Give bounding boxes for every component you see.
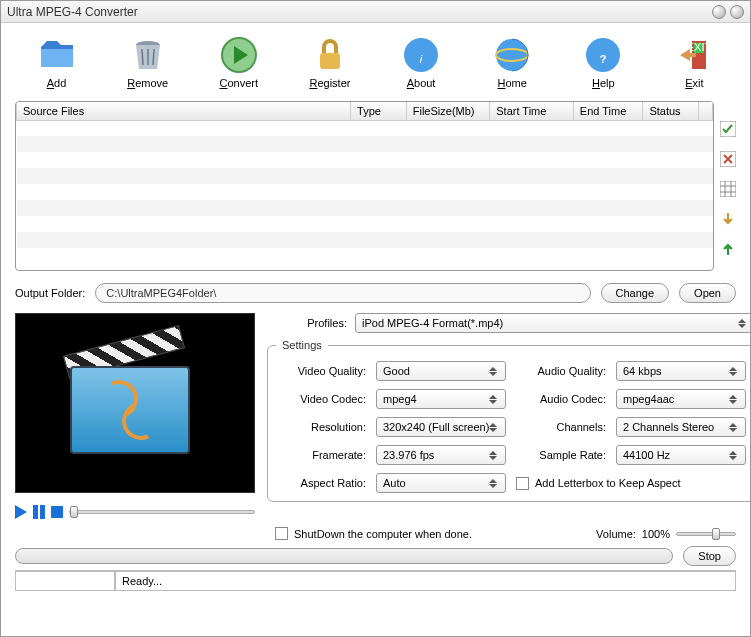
framerate-label: Framerate: [276,449,366,461]
profiles-label: Profiles: [267,317,347,329]
channels-select[interactable]: 2 Channels Stereo [616,417,746,437]
convert-button[interactable]: Convert [199,35,279,89]
play-button[interactable] [15,505,27,519]
video-codec-label: Video Codec: [276,393,366,405]
uncheck-all-icon[interactable] [720,151,736,167]
progress-bar [15,548,673,564]
video-quality-select[interactable]: Good [376,361,506,381]
trash-icon [128,35,168,75]
col-filesize[interactable]: FileSize(Mb) [406,102,490,120]
resolution-select[interactable]: 320x240 (Full screen) [376,417,506,437]
open-button[interactable]: Open [679,283,736,303]
audio-quality-select[interactable]: 64 kbps [616,361,746,381]
svg-rect-5 [320,53,340,69]
status-ready: Ready... [115,571,736,591]
settings-group: Settings Video Quality: Good Audio Quali… [267,339,751,502]
letterbox-label: Add Letterbox to Keep Aspect [535,477,681,489]
check-all-icon[interactable] [720,121,736,137]
output-folder-label: Output Folder: [15,287,85,299]
window-title: Ultra MPEG-4 Converter [7,5,708,19]
letterbox-checkbox[interactable] [516,477,529,490]
status-pane-1 [15,571,115,591]
register-button[interactable]: Register [290,35,370,89]
clapper-icon [70,348,200,458]
maximize-icon[interactable] [730,5,744,19]
help-button[interactable]: ? Help [563,35,643,89]
source-files-table[interactable]: Source Files Type FileSize(Mb) Start Tim… [15,101,714,271]
about-button[interactable]: i About [381,35,461,89]
minimize-icon[interactable] [712,5,726,19]
video-preview [15,313,255,493]
pause-button[interactable] [33,505,45,519]
sample-rate-label: Sample Rate: [516,449,606,461]
move-up-icon[interactable] [720,241,736,257]
audio-codec-label: Audio Codec: [516,393,606,405]
video-codec-select[interactable]: mpeg4 [376,389,506,409]
add-button[interactable]: Add [17,35,97,89]
col-type[interactable]: Type [351,102,407,120]
remove-button[interactable]: Remove [108,35,188,89]
sample-rate-select[interactable]: 44100 Hz [616,445,746,465]
exit-door-icon: EXIT [674,35,714,75]
home-button[interactable]: Home [472,35,552,89]
settings-legend: Settings [276,339,328,351]
volume-label: Volume: [596,528,636,540]
audio-codec-select[interactable]: mpeg4aac [616,389,746,409]
help-icon: ? [583,35,623,75]
svg-line-1 [142,49,143,65]
volume-value: 100% [642,528,670,540]
svg-text:EXIT: EXIT [687,41,712,53]
status-bar: Ready... [15,570,736,592]
svg-text:?: ? [600,53,607,65]
move-down-icon[interactable] [720,211,736,227]
globe-icon [492,35,532,75]
aspect-ratio-label: Aspect Ratio: [276,477,366,489]
seek-slider[interactable] [69,510,255,514]
aspect-ratio-select[interactable]: Auto [376,473,506,493]
col-end[interactable]: End Time [573,102,643,120]
stop-playback-button[interactable] [51,506,63,518]
grid-icon[interactable] [720,181,736,197]
framerate-select[interactable]: 23.976 fps [376,445,506,465]
title-bar: Ultra MPEG-4 Converter [1,1,750,23]
main-toolbar: Add Remove Convert Register i About Home… [1,23,750,101]
output-folder-input[interactable] [95,283,590,303]
col-status[interactable]: Status [643,102,699,120]
video-quality-label: Video Quality: [276,365,366,377]
play-circle-icon [219,35,259,75]
col-source[interactable]: Source Files [17,102,351,120]
lock-icon [310,35,350,75]
svg-line-3 [153,49,154,65]
info-icon: i [401,35,441,75]
svg-rect-17 [720,181,736,197]
shutdown-label: ShutDown the computer when done. [294,528,472,540]
change-button[interactable]: Change [601,283,670,303]
resolution-label: Resolution: [276,421,366,433]
channels-label: Channels: [516,421,606,433]
col-start[interactable]: Start Time [490,102,574,120]
volume-slider[interactable] [676,532,736,536]
add-label: dd [54,77,66,89]
profiles-select[interactable]: iPod MPEG-4 Format(*.mp4) [355,313,751,333]
stop-button[interactable]: Stop [683,546,736,566]
exit-button[interactable]: EXIT Exit [654,35,734,89]
add-folder-icon [37,35,77,75]
audio-quality-label: Audio Quality: [516,365,606,377]
side-tool-strip [720,101,736,271]
shutdown-checkbox[interactable] [275,527,288,540]
